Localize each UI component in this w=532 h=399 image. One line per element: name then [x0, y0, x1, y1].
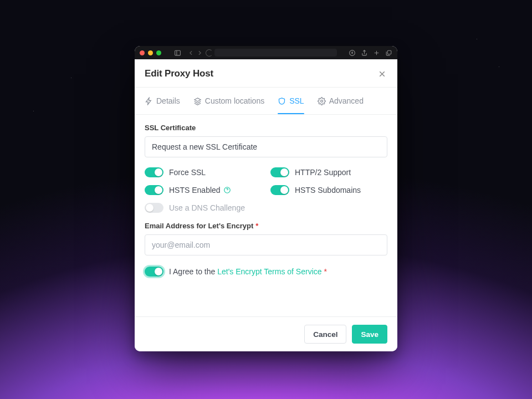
ssl-certificate-label: SSL Certificate — [145, 124, 387, 132]
agree-row: I Agree to the Let's Encrypt Terms of Se… — [145, 267, 387, 277]
toggle-force-ssl-label: Force SSL — [169, 168, 206, 177]
toggle-hsts[interactable] — [145, 185, 163, 195]
tab-custom-locations[interactable]: Custom locations — [193, 88, 264, 114]
browser-chrome — [135, 46, 397, 59]
modal-footer: Cancel Save — [135, 316, 397, 351]
shield-icon — [278, 97, 286, 105]
required-mark: * — [255, 222, 258, 230]
ssl-certificate-value: Request a new SSL Certificate — [152, 142, 257, 151]
toggle-agree-tos[interactable] — [145, 267, 163, 277]
ssl-certificate-select[interactable]: Request a new SSL Certificate — [145, 136, 387, 157]
address-bar[interactable] — [214, 49, 337, 57]
tab-ssl[interactable]: SSL — [278, 88, 304, 114]
toggle-hsts-sub[interactable] — [270, 185, 289, 195]
window-min-dot[interactable] — [148, 50, 153, 55]
tab-label: Custom locations — [205, 96, 264, 105]
toggle-http2-label: HTTP/2 Support — [295, 168, 351, 177]
window-close-dot[interactable] — [140, 50, 145, 55]
zap-icon — [145, 97, 153, 105]
traffic-lights — [140, 50, 161, 55]
svg-rect-2 — [387, 50, 391, 54]
cancel-button[interactable]: Cancel — [304, 325, 346, 344]
tab-advanced[interactable]: Advanced — [318, 88, 364, 114]
new-tab-icon[interactable] — [372, 49, 380, 57]
help-icon[interactable] — [223, 186, 231, 194]
modal-title: Edit Proxy Host — [145, 68, 213, 79]
tab-label: SSL — [289, 96, 304, 105]
modal-window: Edit Proxy Host Details Custom locations… — [135, 46, 397, 351]
email-label: Email Address for Let's Encrypt * — [145, 222, 387, 230]
required-mark: * — [324, 267, 326, 276]
download-icon[interactable] — [348, 49, 356, 57]
toggle-dns-label: Use a DNS Challenge — [169, 203, 245, 212]
lets-encrypt-tos-link[interactable]: Let's Encrypt Terms of Service — [217, 267, 321, 276]
sidebar-icon[interactable] — [173, 49, 181, 57]
modal-header: Edit Proxy Host — [135, 59, 397, 87]
window-max-dot[interactable] — [156, 50, 161, 55]
toggle-http2[interactable] — [270, 167, 289, 177]
toggle-hsts-row: HSTS Enabled — [145, 185, 262, 195]
tab-label: Details — [156, 96, 180, 105]
tabs: Details Custom locations SSL Advanced — [135, 88, 397, 114]
share-icon[interactable] — [360, 49, 368, 57]
toggle-force-ssl-row: Force SSL — [145, 167, 262, 177]
nav-back-icon[interactable] — [187, 49, 195, 57]
toggle-dns-row: Use a DNS Challenge — [145, 203, 262, 213]
save-button[interactable]: Save — [352, 325, 387, 344]
tabs-overview-icon[interactable] — [385, 49, 392, 57]
toggle-force-ssl[interactable] — [145, 167, 163, 177]
email-field[interactable] — [145, 234, 387, 255]
agree-text: I Agree to the Let's Encrypt Terms of Se… — [169, 267, 327, 276]
tab-label: Advanced — [329, 96, 364, 105]
toggle-hsts-sub-row: HSTS Subdomains — [270, 185, 387, 195]
close-icon[interactable] — [376, 68, 387, 79]
svg-rect-0 — [175, 50, 180, 55]
toggle-hsts-label: HSTS Enabled — [169, 186, 231, 195]
toggle-hsts-sub-label: HSTS Subdomains — [295, 186, 361, 195]
nav-forward-icon[interactable] — [196, 49, 203, 57]
tab-details[interactable]: Details — [145, 88, 180, 114]
toggle-http2-row: HTTP/2 Support — [270, 167, 387, 177]
svg-point-3 — [320, 100, 323, 102]
toggle-dns-challenge[interactable] — [145, 203, 163, 213]
gear-icon — [318, 97, 326, 105]
layers-icon — [193, 97, 202, 105]
modal-body: SSL Certificate Request a new SSL Certif… — [135, 115, 397, 287]
